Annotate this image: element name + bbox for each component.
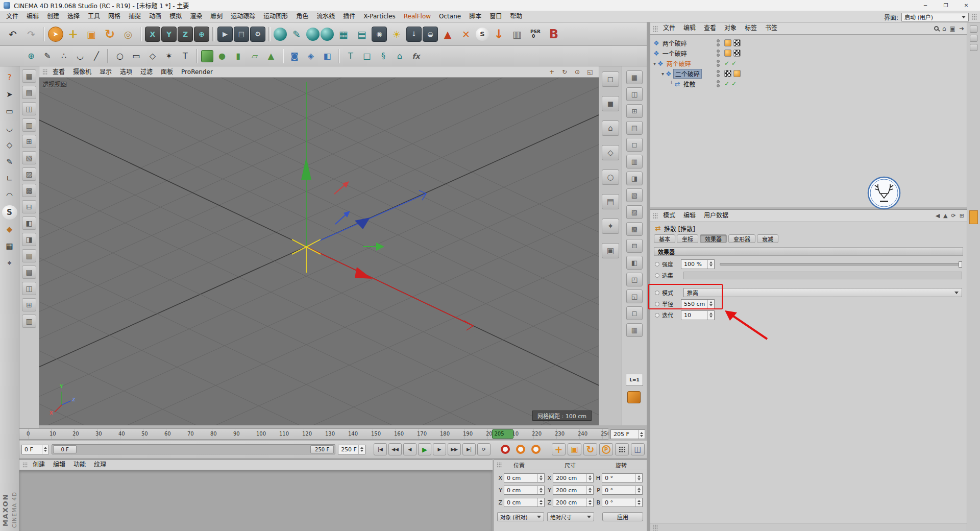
key-position-toggle[interactable]: + bbox=[552, 443, 566, 455]
maximize-view-icon[interactable]: ◱ bbox=[584, 67, 596, 77]
rectangle-select-icon[interactable]: ▭ bbox=[2, 104, 17, 118]
xparticles-icon[interactable]: ✕ bbox=[457, 25, 475, 43]
corner-tool-icon[interactable]: ∟ bbox=[2, 172, 17, 186]
am-menu-userdata[interactable]: 用户数据 bbox=[700, 210, 732, 221]
visibility-dots[interactable] bbox=[717, 39, 720, 46]
attribute-tab[interactable]: 变形器 bbox=[728, 234, 755, 243]
range-end-field[interactable]: 250 F bbox=[338, 445, 365, 454]
object-label[interactable]: 推散 bbox=[682, 80, 697, 88]
preset-icon-small[interactable]: ▩ bbox=[626, 222, 643, 236]
object-label[interactable]: 一个破碎 bbox=[661, 49, 689, 58]
mograph-palette-icon[interactable]: ◧ bbox=[22, 216, 36, 230]
range-start-field[interactable]: 0 F bbox=[21, 445, 49, 454]
preset-icon-small[interactable]: ▤ bbox=[626, 121, 643, 135]
instance-generator-icon[interactable]: ◈ bbox=[303, 49, 318, 64]
help-icon[interactable]: ? bbox=[2, 70, 17, 85]
visibility-dots[interactable] bbox=[717, 70, 720, 77]
visibility-dots[interactable] bbox=[717, 50, 720, 57]
lock-z-axis-button[interactable]: Z bbox=[178, 27, 193, 42]
current-frame-field[interactable]: 205 F bbox=[610, 429, 645, 439]
size-z-field[interactable]: 200 cm bbox=[553, 498, 594, 507]
spline-text-icon[interactable]: T bbox=[178, 49, 193, 64]
lock-y-axis-button[interactable]: Y bbox=[161, 27, 177, 42]
pyramid-primitive-icon[interactable]: ▲ bbox=[263, 49, 279, 64]
material-tag[interactable] bbox=[724, 50, 731, 57]
displacer-icon[interactable]: ▲ bbox=[439, 25, 456, 43]
uv-grid-icon[interactable]: ▦ bbox=[335, 25, 352, 43]
stepper-icon[interactable] bbox=[586, 474, 593, 482]
render-picture-viewer-button[interactable]: ▤ bbox=[234, 27, 249, 42]
enabled-check-icon[interactable]: ✓ bbox=[731, 60, 737, 67]
arc-tool-icon[interactable]: ◡ bbox=[72, 49, 88, 64]
mograph-palette-icon[interactable]: ▦ bbox=[22, 249, 36, 262]
preset-icon[interactable]: ▣ bbox=[602, 243, 619, 258]
record-keyframe-button[interactable] bbox=[501, 445, 510, 454]
preset-icon-small[interactable]: ◰ bbox=[626, 273, 643, 286]
orange-cube-icon[interactable] bbox=[627, 391, 641, 403]
om-menu-file[interactable]: 文件 bbox=[659, 23, 679, 34]
maximize-button[interactable]: ❐ bbox=[936, 0, 956, 11]
hand-tool-icon[interactable]: ◠ bbox=[2, 188, 17, 203]
texture-tag[interactable] bbox=[733, 39, 741, 46]
stepper-icon[interactable] bbox=[707, 311, 714, 320]
plane-primitive-icon[interactable]: ▱ bbox=[247, 49, 262, 64]
drag-handle-icon[interactable] bbox=[653, 213, 658, 219]
attribute-tab[interactable]: 效果器 bbox=[700, 234, 727, 243]
cube-primitive-icon[interactable] bbox=[201, 50, 213, 62]
sketch-material-icon[interactable]: S bbox=[476, 28, 489, 41]
stepper-icon[interactable] bbox=[635, 498, 642, 506]
menu-pipeline[interactable]: 流水线 bbox=[312, 11, 339, 22]
record-options-button[interactable] bbox=[531, 445, 541, 454]
viewport-canvas[interactable]: 透视视图 Y Z X 网格间距 : 100 cm bbox=[39, 78, 599, 425]
symmetry-generator-icon[interactable]: ◧ bbox=[320, 49, 335, 64]
om-menu-object[interactable]: 对象 bbox=[720, 23, 741, 34]
menu-mesh[interactable]: 网格 bbox=[104, 11, 125, 22]
slider-handle[interactable] bbox=[959, 261, 962, 268]
size-y-field[interactable]: 200 cm bbox=[553, 486, 594, 495]
attribute-tab[interactable]: 基本 bbox=[654, 234, 675, 243]
object-label[interactable]: 二个破碎 bbox=[673, 69, 702, 79]
expand-icon[interactable]: ▾ bbox=[653, 61, 656, 66]
enabled-check-icon[interactable]: ✓ bbox=[731, 80, 737, 87]
iteration-field[interactable]: 10 bbox=[681, 310, 715, 320]
minimize-button[interactable]: ─ bbox=[915, 0, 936, 11]
workplane-icon[interactable]: ⊕ bbox=[23, 49, 39, 64]
texture-mode-icon[interactable]: ▦ bbox=[2, 239, 17, 253]
visibility-dots[interactable] bbox=[717, 60, 720, 67]
mograph-palette-icon[interactable]: ⊞ bbox=[22, 135, 36, 148]
points-icon[interactable]: ∴ bbox=[56, 49, 71, 64]
preset-icon-small[interactable]: ▥ bbox=[626, 155, 643, 168]
undo-icon[interactable]: ↶ bbox=[4, 25, 21, 43]
mograph-palette-icon[interactable]: ▩ bbox=[22, 184, 36, 197]
camera-icon[interactable]: ◉ bbox=[372, 27, 387, 42]
dock-icon[interactable] bbox=[970, 26, 977, 33]
up-icon[interactable]: ▲ bbox=[943, 212, 947, 219]
line-tool-icon[interactable]: ╱ bbox=[89, 49, 104, 64]
object-row[interactable]: ❖两个破碎 bbox=[650, 38, 967, 48]
spline-nside-icon[interactable]: ◇ bbox=[145, 49, 160, 64]
preset-icon-small[interactable]: ◨ bbox=[626, 172, 643, 185]
mograph-palette-icon[interactable]: ▥ bbox=[22, 118, 36, 132]
axis-mode-icon[interactable]: ⌖ bbox=[2, 256, 17, 270]
preset-icon[interactable]: ✦ bbox=[602, 219, 619, 234]
material-tag[interactable] bbox=[724, 39, 731, 46]
mode-dropdown[interactable]: 推离 bbox=[683, 288, 962, 297]
mat-menu-function[interactable]: 功能 bbox=[69, 460, 90, 470]
om-menu-edit[interactable]: 编辑 bbox=[679, 23, 700, 34]
pos-z-field[interactable]: 0 cm bbox=[504, 498, 545, 507]
menu-octane[interactable]: Octane bbox=[435, 11, 465, 22]
render-settings-button[interactable]: ⚙ bbox=[250, 27, 265, 42]
mograph-palette-icon[interactable]: ⊞ bbox=[22, 298, 36, 311]
redo-icon[interactable]: ↷ bbox=[22, 25, 40, 43]
bake-icon[interactable]: ↓ bbox=[490, 25, 507, 43]
next-frame-button[interactable]: ▶ bbox=[433, 443, 446, 455]
dock-icon[interactable] bbox=[970, 35, 977, 42]
strength-field[interactable]: 100 % bbox=[681, 259, 715, 269]
scale-tool[interactable]: ▣ bbox=[83, 25, 100, 43]
panel-icon[interactable]: ⊞ bbox=[960, 212, 964, 219]
stepper-icon[interactable] bbox=[586, 486, 593, 494]
mograph-palette-icon[interactable]: ▧ bbox=[22, 151, 36, 164]
array-generator-icon[interactable]: ◙ bbox=[287, 49, 302, 64]
pan-view-icon[interactable]: + bbox=[546, 67, 557, 77]
spline-star-icon[interactable]: ✶ bbox=[161, 49, 177, 64]
